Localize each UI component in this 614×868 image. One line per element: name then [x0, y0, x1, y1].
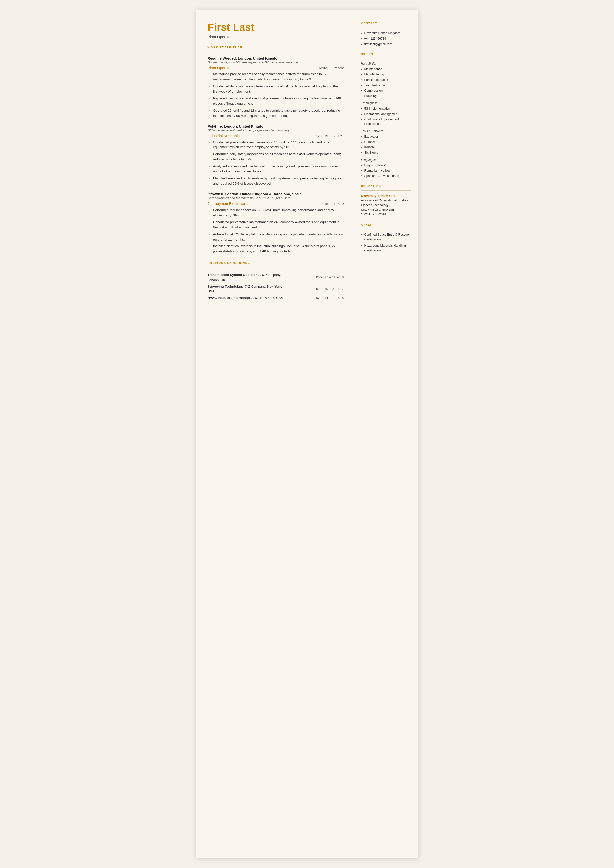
prev-title-3: HVAC Installer (Internship), ABC, New Yo…	[208, 295, 287, 301]
prev-row-2: Surveying Technician, XYZ Company, New Y…	[208, 283, 344, 295]
previous-experience-divider	[208, 267, 344, 267]
role-dates-2: 12/2019 – 12/2021	[316, 134, 344, 138]
bullet-3-3: Adhered to all OSHA regulations while wo…	[209, 232, 344, 242]
language-1: Romanian (Native)	[361, 169, 411, 173]
contact-heading: CONTACT	[361, 22, 411, 25]
education-heading: EDUCATION	[361, 185, 411, 188]
other-section: OTHER Confined Space Entry & Rescue Cert…	[361, 223, 411, 253]
company-block-3: Growthsi, London, United Kingdom & Barce…	[208, 192, 344, 254]
prev-title-bold-3: HVAC Installer (Internship),	[208, 296, 251, 300]
language-0: English (Native)	[361, 163, 411, 168]
bullet-1-1: Maintained precise records of daily main…	[209, 72, 344, 82]
role-row-2: Industrial Mechanic 12/2019 – 12/2021	[208, 134, 344, 138]
contact-divider	[361, 27, 411, 28]
other-item-0: Confined Space Entry & Rescue Certificat…	[361, 232, 411, 242]
company-name-3: Growthsi, London, United Kingdom & Barce…	[208, 192, 344, 196]
left-column: First Last Plant Operator WORK EXPERIENC…	[196, 10, 354, 858]
job-title: Plant Operator	[208, 35, 344, 39]
company-description-2: NYSE-listed recruitment and employer bra…	[208, 129, 344, 132]
hard-skill-0: Maintenance	[361, 67, 411, 71]
prev-title-2: Surveying Technician, XYZ Company, New Y…	[208, 283, 287, 295]
hard-skill-4: Compression	[361, 89, 411, 93]
role-row-3: Journeyman Electrician 12/2018 – 11/2019	[208, 202, 344, 206]
hard-skills-list: Maintenance Manufacturing Forklift Opera…	[361, 67, 411, 98]
education-block: University of New York Associate of Occu…	[361, 194, 411, 217]
bullet-2-2: Performed daily safety inspections on al…	[209, 152, 344, 162]
prev-row-1: Transmission System Operator, ABC Compan…	[208, 272, 344, 283]
role-dates-1: 01/2021 – Present	[316, 66, 344, 70]
tools-list: Excavator Dumper Kaizen Six Sigma	[361, 134, 411, 155]
company-name-bold-2: Polyhire,	[208, 124, 223, 129]
bullet-1-3: Repaired mechanical and electrical probl…	[209, 96, 344, 106]
edu-location: New York City, New York	[361, 208, 411, 212]
bullet-list-2: Conducted preventative maintenance on 14…	[208, 140, 344, 186]
prev-row-3: HVAC Installer (Internship), ABC, New Yo…	[208, 295, 344, 301]
bullet-3-4: Installed electrical systems in industri…	[209, 244, 344, 254]
company-name-1: Resume Worded, London, United Kingdom	[208, 56, 344, 61]
bullet-3-1: Performed regular checks on 122 HVAC uni…	[209, 208, 344, 218]
technique-1: Operations Management	[361, 112, 411, 116]
role-title-1: Plant Operator	[208, 65, 232, 70]
skills-section: SKILLS Hard Skills: Maintenance Manufact…	[361, 53, 411, 179]
company-name-plain-2: London, United Kingdom	[223, 124, 267, 129]
bullet-list-1: Maintained precise records of daily main…	[208, 72, 344, 118]
hard-skills-label: Hard Skills:	[361, 62, 411, 65]
techniques-label: Techniques:	[361, 101, 411, 105]
prev-title-1: Transmission System Operator, ABC Compan…	[208, 272, 287, 283]
prev-dates-3: 07/2014 – 12/2015	[287, 295, 344, 301]
contact-item-0: Coventry, United Kingdom	[361, 31, 411, 36]
name-block: First Last Plant Operator	[208, 22, 344, 39]
bullet-2-3: Analyzed and resolved mechanical problem…	[209, 164, 344, 174]
education-divider	[361, 190, 411, 191]
company-name-plain-1: London, United Kingdom	[237, 56, 281, 61]
other-heading: OTHER	[361, 223, 411, 226]
company-description-3: Career training and membership SaaS with…	[208, 196, 344, 200]
company-name-bold-1: Resume Worded,	[208, 56, 237, 61]
tool-2: Kaizen	[361, 145, 411, 150]
contact-list: Coventry, United Kingdom +44 123456789 f…	[361, 31, 411, 46]
languages-label: Languages:	[361, 158, 411, 161]
skills-heading: SKILLS	[361, 53, 411, 56]
company-block-2: Polyhire, London, United Kingdom NYSE-li…	[208, 124, 344, 186]
prev-title-bold-1: Transmission System Operator,	[208, 273, 258, 276]
tool-3: Six Sigma	[361, 151, 411, 155]
role-title-2: Industrial Mechanic	[208, 134, 240, 138]
role-title-3: Journeyman Electrician	[208, 202, 246, 206]
company-description-1: Nuclear facility with 500 employees and …	[208, 61, 344, 64]
role-row-1: Plant Operator 01/2021 – Present	[208, 65, 344, 70]
prev-title-bold-2: Surveying Technician,	[208, 284, 243, 288]
contact-item-1: +44 123456789	[361, 36, 411, 41]
work-experience-section: WORK EXPERIENCE Resume Worded, London, U…	[208, 46, 344, 254]
right-column: CONTACT Coventry, United Kingdom +44 123…	[354, 10, 419, 858]
contact-section: CONTACT Coventry, United Kingdom +44 123…	[361, 22, 411, 46]
hard-skill-5: Pumping	[361, 94, 411, 98]
company-block-1: Resume Worded, London, United Kingdom Nu…	[208, 56, 344, 118]
bullet-3-2: Conducted preventative maintenance on 24…	[209, 220, 344, 230]
bullet-list-3: Performed regular checks on 122 HVAC uni…	[208, 208, 344, 254]
other-item-1: Hazardous Materials Handling Certificati…	[361, 244, 411, 253]
resume-page: First Last Plant Operator WORK EXPERIENC…	[196, 10, 419, 858]
bullet-2-1: Conducted preventative maintenance on 14…	[209, 140, 344, 150]
tools-label: Tools & Software:	[361, 129, 411, 133]
tool-1: Dumper	[361, 140, 411, 144]
edu-dates: 10/2011 - 06/2014	[361, 212, 411, 217]
education-section: EDUCATION University of New York Associa…	[361, 185, 411, 217]
prev-dates-1: 06/2017 – 11/2018	[287, 272, 344, 283]
company-name-bold-3: Growthsi,	[208, 192, 224, 196]
bullet-2-4: Identified leaks and faulty seals in hyd…	[209, 176, 344, 186]
prev-dates-2: 01/2016 – 05/2017	[287, 283, 344, 295]
previous-experience-heading: PREVIOUS EXPERIENCE	[208, 261, 344, 264]
edu-degree: Associate of Occupational Studies	[361, 198, 411, 203]
other-divider	[361, 228, 411, 229]
full-name: First Last	[208, 22, 344, 33]
edu-school: University of New York	[361, 194, 411, 198]
bullet-1-2: Conducted daily routine maintenance on 3…	[209, 84, 344, 94]
hard-skill-2: Forklift Operation	[361, 78, 411, 82]
work-experience-heading: WORK EXPERIENCE	[208, 46, 344, 49]
previous-experience-section: PREVIOUS EXPERIENCE Transmission System …	[208, 261, 344, 301]
previous-experience-table: Transmission System Operator, ABC Compan…	[208, 272, 344, 301]
techniques-list: 5S Implementation Operations Management …	[361, 106, 411, 126]
role-dates-3: 12/2018 – 11/2019	[316, 202, 344, 206]
language-2: Spanish (Conversational)	[361, 174, 411, 179]
bullet-1-4: Operated 29 forklifts and 12 cranes to c…	[209, 108, 344, 118]
